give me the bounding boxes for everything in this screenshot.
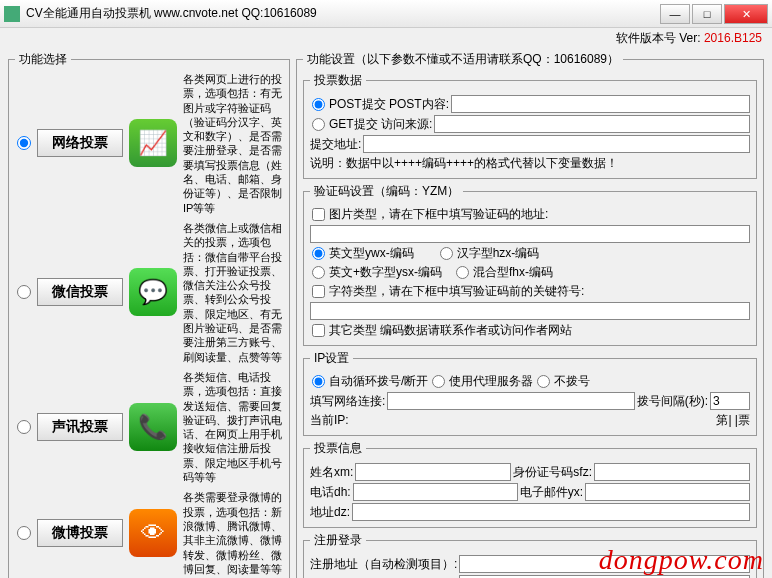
btn-wechat-vote[interactable]: 微信投票 [37,278,123,306]
titlebar: CV全能通用自动投票机 www.cnvote.net QQ:10616089 —… [0,0,772,28]
window-title: CV全能通用自动投票机 www.cnvote.net QQ:10616089 [26,5,660,22]
ticket-counter: 第| |票 [716,412,750,429]
chk-img-captcha[interactable] [312,208,325,221]
wechat-icon: 💬 [129,268,177,316]
email-input[interactable] [585,483,750,501]
radio-post[interactable] [312,98,325,111]
app-icon [4,6,20,22]
option-web-vote[interactable]: 网络投票 📈 各类网页上进行的投票，选项包括：有无图片或字符验证码（验证码分汉字… [15,72,283,215]
radio-nodial[interactable] [537,375,550,388]
name-input[interactable] [355,463,511,481]
radio-autodial[interactable] [312,375,325,388]
btn-weibo-vote[interactable]: 微博投票 [37,519,123,547]
function-select-group: 功能选择 网络投票 📈 各类网页上进行的投票，选项包括：有无图片或字符验证码（验… [8,51,290,578]
phone-icon: 📞 [129,403,177,451]
weibo-icon: 👁 [129,509,177,557]
data-note: 说明：数据中以++++编码++++的格式代替以下变量数据！ [310,155,618,172]
conn-input[interactable] [387,392,634,410]
vote-data-legend: 投票数据 [310,72,366,89]
radio-proxy[interactable] [432,375,445,388]
radio-ywx[interactable] [312,247,325,260]
get-referer-input[interactable] [434,115,750,133]
captcha-legend: 验证码设置（编码：YZM） [310,183,463,200]
close-button[interactable]: ✕ [724,4,768,24]
option-weibo-vote[interactable]: 微博投票 👁 各类需要登录微博的投票，选项包括：新浪微博、腾讯微博、其非主流微博… [15,490,283,576]
desc-wechat-vote: 各类微信上或微信相关的投票，选项包括：微信自带平台投票、打开验证投票、微信关注公… [183,221,283,364]
addr-input[interactable] [352,503,750,521]
reg-url-input[interactable] [459,555,750,573]
radio-wechat-vote[interactable] [17,285,31,299]
version-label: 软件版本号 Ver: 2016.B125 [0,28,772,47]
submit-url-input[interactable] [363,135,750,153]
settings-group: 功能设置（以下参数不懂或不适用请联系QQ：10616089） 投票数据 POST… [296,51,764,578]
settings-legend: 功能设置（以下参数不懂或不适用请联系QQ：10616089） [303,51,623,68]
captcha-group: 验证码设置（编码：YZM） 图片类型，请在下框中填写验证码的地址: 英文型ywx… [303,183,757,346]
phone-input[interactable] [353,483,518,501]
chk-other-captcha[interactable] [312,324,325,337]
voteinfo-legend: 投票信息 [310,440,366,457]
option-wechat-vote[interactable]: 微信投票 💬 各类微信上或微信相关的投票，选项包括：微信自带平台投票、打开验证投… [15,221,283,364]
reg-legend: 注册登录 [310,532,366,549]
vote-data-group: 投票数据 POST提交 POST内容: GET提交 访问来源: 提交地址: 说明… [303,72,757,179]
reg-group: 注册登录 注册地址（自动检测项目）: 登录地址（自动检测项目）: [303,532,757,578]
post-content-input[interactable] [451,95,750,113]
voteinfo-group: 投票信息 姓名xm: 身份证号码sfz: 电话dh: 电子邮件yx: 地址dz: [303,440,757,528]
captcha-char-input[interactable] [310,302,750,320]
btn-web-vote[interactable]: 网络投票 [37,129,123,157]
function-select-legend: 功能选择 [15,51,71,68]
id-input[interactable] [594,463,750,481]
ip-group: IP设置 自动循环拨号/断开 使用代理服务器 不拨号 填写网络连接: 拨号间隔(… [303,350,757,436]
ip-legend: IP设置 [310,350,353,367]
desc-sms-vote: 各类短信、电话投票，选项包括：直接发送短信、需要回复验证码、拨打声讯电话、在网页… [183,370,283,484]
desc-weibo-vote: 各类需要登录微博的投票，选项包括：新浪微博、腾讯微博、其非主流微博、微博转发、微… [183,490,283,576]
chk-char-captcha[interactable] [312,285,325,298]
radio-fhx[interactable] [456,266,469,279]
maximize-button[interactable]: □ [692,4,722,24]
btn-sms-vote[interactable]: 声讯投票 [37,413,123,441]
chart-up-icon: 📈 [129,119,177,167]
option-sms-vote[interactable]: 声讯投票 📞 各类短信、电话投票，选项包括：直接发送短信、需要回复验证码、拨打声… [15,370,283,484]
window-controls: — □ ✕ [660,4,768,24]
interval-input[interactable] [710,392,750,410]
minimize-button[interactable]: — [660,4,690,24]
radio-weibo-vote[interactable] [17,526,31,540]
captcha-url-input[interactable] [310,225,750,243]
radio-get[interactable] [312,118,325,131]
desc-web-vote: 各类网页上进行的投票，选项包括：有无图片或字符验证码（验证码分汉字、英文和数字）… [183,72,283,215]
radio-hzx[interactable] [440,247,453,260]
radio-ysx[interactable] [312,266,325,279]
radio-web-vote[interactable] [17,136,31,150]
radio-sms-vote[interactable] [17,420,31,434]
